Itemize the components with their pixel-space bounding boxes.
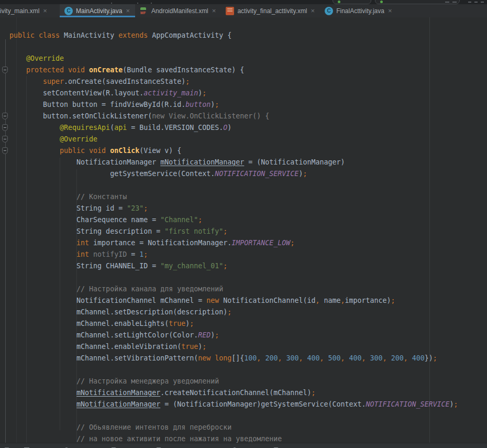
code-line[interactable]: @Override	[9, 134, 458, 145]
window-control-icon[interactable]	[474, 2, 478, 3]
code-token: NotificationChannel(id	[223, 297, 315, 304]
code-token: MainActivity	[64, 31, 118, 39]
code-token: "my_channel_01"	[160, 262, 223, 270]
code-line[interactable]: // Обьявление интентов для переброски	[9, 422, 458, 433]
code-token: ;	[433, 354, 437, 362]
run-icon[interactable]	[338, 1, 340, 3]
code-line[interactable]: int importance = NotificationManager.IMP…	[9, 237, 458, 249]
java-class-icon: C	[64, 7, 73, 15]
code-token: ;	[223, 262, 227, 270]
code-line[interactable]: NotificationManager mNotificationManager…	[9, 157, 458, 168]
code-line[interactable]: mChannel.setVibrationPattern(new long[]{…	[9, 353, 458, 364]
code-line[interactable]: String description = "first notify";	[9, 226, 458, 237]
tab-mainactivity-java[interactable]: C MainActivity.java ×	[60, 4, 135, 17]
window-control-icon[interactable]	[468, 2, 471, 3]
code-line[interactable]: mChannel.enableLights(true);	[9, 318, 458, 330]
code-token: mChannel.enableVibration(	[9, 343, 181, 351]
code-token: ,	[320, 354, 328, 362]
code-token: String id =	[9, 204, 127, 212]
code-line[interactable]: Button button = findViewById(R.id.button…	[9, 99, 458, 111]
code-token: RED	[198, 331, 211, 339]
code-token: ;	[215, 101, 219, 108]
tab-activity-final-acttivity-xml[interactable]: activity_final_acttivity.xml ×	[221, 4, 320, 17]
code-line[interactable]: public void onClick(View v) {	[9, 145, 458, 157]
code-token: int	[9, 239, 93, 247]
code-line[interactable]: protected void onCreate(Bundle savedInst…	[9, 64, 458, 76]
code-token: ;	[303, 170, 307, 178]
code-line[interactable]: getSystemService(Context.NOTIFICATION_SE…	[9, 168, 458, 180]
close-icon[interactable]: ×	[311, 7, 316, 14]
code-token: protected void	[9, 66, 89, 74]
code-line[interactable]	[9, 272, 458, 283]
code-line[interactable]: int notifyID = 1;	[9, 249, 458, 260]
code-line[interactable]: String id = "23";	[9, 203, 458, 214]
code-line[interactable]: button.setOnClickListener(new View.OnCli…	[9, 111, 458, 122]
code-token: super	[9, 78, 64, 85]
menu-fragment	[111, 3, 112, 4]
code-token: })	[425, 354, 433, 362]
code-token: )	[227, 124, 231, 132]
code-line[interactable]: setContentView(R.layout.activity_main);	[9, 88, 458, 99]
close-icon[interactable]: ×	[212, 7, 217, 14]
code-line[interactable]: // Настройка канала для уведомлений	[9, 283, 458, 295]
code-token: (Bundle savedInstanceState) {	[123, 66, 244, 74]
code-line[interactable]: super.onCreate(savedInstanceState);	[9, 76, 458, 88]
code-token: new View.OnClickListener() {	[152, 112, 269, 120]
code-line[interactable]: // Константы	[9, 191, 458, 203]
tab-activity-main-xml[interactable]: ivity_main.xml ×	[0, 4, 60, 17]
fold-collapse-icon[interactable]	[2, 113, 8, 119]
code-line[interactable]: public class MainActivity extends AppCom…	[9, 30, 458, 41]
code-line[interactable]: mChannel.setDescription(description);	[9, 307, 458, 318]
tab-label: ivity_main.xml	[0, 7, 39, 15]
code-token: importance)	[345, 297, 391, 304]
code-editor[interactable]: public class MainActivity extends AppCom…	[0, 17, 487, 443]
code-token: = Build.VERSION_CODES.	[127, 124, 223, 132]
code-token: NotificationManager	[9, 158, 160, 166]
close-icon[interactable]: ×	[42, 7, 48, 14]
code-token: ,	[298, 354, 307, 362]
close-icon[interactable]: ×	[125, 7, 130, 14]
code-token: mNotificationManager	[76, 389, 160, 397]
tab-androidmanifest-xml[interactable]: MF AndroidManifest.xml ×	[135, 4, 221, 17]
toolbar-icon[interactable]	[445, 2, 449, 3]
tab-finalacttivity-java[interactable]: C FinalActtivity.java ×	[320, 4, 397, 17]
fold-collapse-icon[interactable]	[2, 124, 8, 131]
code-line[interactable]	[9, 410, 458, 422]
code-line[interactable]: mChannel.enableVibration(true);	[9, 341, 458, 353]
code-token: "23"	[127, 204, 143, 212]
code-token: new	[206, 297, 223, 304]
code-line[interactable]: mNotificationManager.createNotificationC…	[9, 387, 458, 399]
code-line[interactable]: CharSequence name = "Channel";	[9, 214, 458, 226]
code-token: = (NotificationManager)getSystemService(…	[160, 400, 366, 408]
code-token: ;	[215, 331, 219, 339]
code-line[interactable]: NotificationChannel mChannel = new Notif…	[9, 295, 458, 307]
close-icon[interactable]: ×	[388, 7, 393, 14]
fold-collapse-icon[interactable]	[2, 147, 8, 154]
code-line[interactable]: String CHANNEL_ID = "my_channel_01";	[9, 260, 458, 272]
code-token: button.setOnClickListener(	[9, 112, 152, 120]
code-token: (	[110, 124, 114, 132]
code-line[interactable]: @RequiresApi(api = Build.VERSION_CODES.O…	[9, 122, 458, 134]
code-line[interactable]: mNotificationManager = (NotificationMana…	[9, 399, 458, 410]
code-token: new long	[198, 354, 231, 362]
code-line[interactable]	[9, 41, 458, 53]
code-token: .createNotificationChannel(mChannel)	[160, 389, 311, 397]
code-line[interactable]	[9, 364, 458, 376]
code-line[interactable]: // Настройка менеджера уведомлений	[9, 376, 458, 387]
code-token: // на новое активити после нажатия на ув…	[9, 435, 282, 443]
run-icon[interactable]	[380, 1, 383, 3]
code-line[interactable]: // на новое активити после нажатия на ув…	[9, 433, 458, 443]
fold-collapse-icon[interactable]	[2, 136, 8, 143]
code-line[interactable]: mChannel.setLightColor(Color.RED);	[9, 330, 458, 341]
code-token: .onCreate(savedInstanceState)	[64, 78, 185, 85]
code-line[interactable]	[9, 180, 458, 191]
code-token: ;	[198, 216, 202, 224]
code-token: ;	[190, 320, 194, 327]
code-token: 100	[244, 354, 257, 362]
code-line[interactable]: @Override	[9, 53, 458, 64]
fold-collapse-icon[interactable]	[2, 67, 8, 73]
toolbar-icon[interactable]	[452, 2, 457, 3]
code-token: importance = NotificationManager.	[93, 239, 231, 247]
window-control-icon[interactable]	[481, 2, 484, 3]
code-token: getSystemService(Context.	[9, 170, 215, 178]
